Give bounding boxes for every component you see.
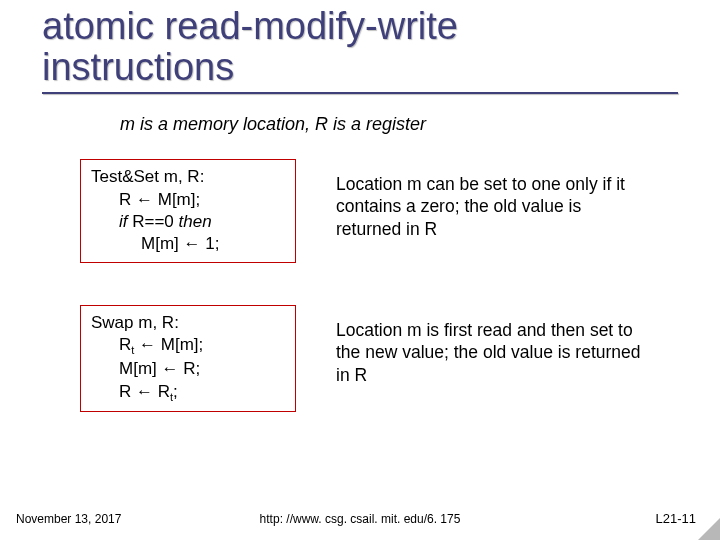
title-underline [42, 92, 678, 94]
code-line: M[m] ← R; [91, 358, 285, 380]
row-swap: Swap m, R: Rt ← M[m]; M[m] ← R; R ← Rt; … [0, 305, 720, 412]
row-testset: Test&Set m, R: R ← M[m]; if R==0 then M[… [0, 159, 720, 263]
code-line: R ← Rt; [91, 381, 285, 405]
code-line: Rt ← M[m]; [91, 334, 285, 358]
code-line: R ← M[m]; [91, 189, 285, 211]
corner-fold-icon [698, 518, 720, 540]
subtitle: m is a memory location, R is a register [120, 114, 720, 135]
title-line-1: atomic read-modify-write [42, 5, 458, 47]
footer-page: L21-11 [656, 511, 696, 526]
left-arrow-icon: ← [184, 234, 201, 253]
code-box-testset: Test&Set m, R: R ← M[m]; if R==0 then M[… [80, 159, 296, 263]
slide-title: atomic read-modify-write instructions [0, 0, 720, 88]
code-line: M[m] ← 1; [91, 233, 285, 255]
left-arrow-icon: ← [162, 359, 179, 378]
code-line: if R==0 then [91, 211, 285, 233]
footer-url: http: //www. csg. csail. mit. edu/6. 175 [0, 512, 720, 526]
left-arrow-icon: ← [136, 382, 153, 401]
left-arrow-icon: ← [136, 190, 153, 209]
desc-testset: Location m can be set to one only if it … [336, 159, 646, 240]
code-box-swap: Swap m, R: Rt ← M[m]; M[m] ← R; R ← Rt; [80, 305, 296, 412]
title-line-2: instructions [42, 46, 234, 88]
desc-swap: Location m is first read and then set to… [336, 305, 646, 386]
left-arrow-icon: ← [139, 335, 156, 354]
code-line: Test&Set m, R: [91, 166, 285, 188]
code-line: Swap m, R: [91, 312, 285, 334]
